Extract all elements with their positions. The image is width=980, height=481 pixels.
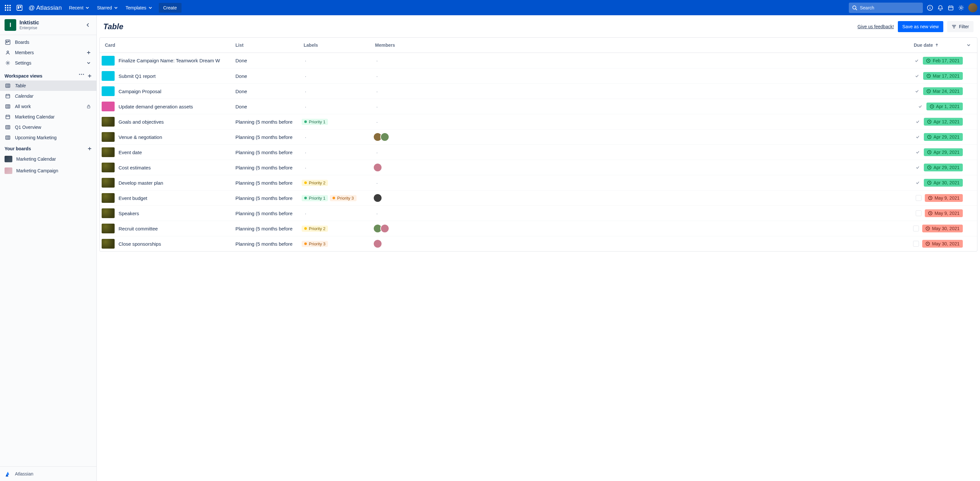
due-date-badge[interactable]: Apr 30, 2021 xyxy=(924,179,963,187)
labels-cell: · xyxy=(302,58,373,63)
table-row[interactable]: Close sponsorshipsPlanning (5 months bef… xyxy=(100,236,977,251)
table-row[interactable]: Develop master planPlanning (5 months be… xyxy=(100,175,977,190)
boards-icon[interactable] xyxy=(946,3,956,13)
col-card[interactable]: Card xyxy=(103,39,234,52)
more-icon[interactable] xyxy=(79,74,84,78)
table-row[interactable]: Campaign ProposalDone··Mar 24, 2021 xyxy=(100,83,977,98)
col-list[interactable]: List xyxy=(234,39,302,52)
due-checkbox[interactable] xyxy=(915,134,921,140)
list-name: Planning (5 months before xyxy=(234,226,302,232)
sidebar-item-label: Boards xyxy=(15,40,29,45)
column-options-button[interactable] xyxy=(965,39,975,51)
feedback-link[interactable]: Give us feedback! xyxy=(858,24,894,29)
due-checkbox[interactable] xyxy=(913,225,919,232)
sidebar-view-item[interactable]: Q1 Overview xyxy=(0,122,97,132)
due-date-badge[interactable]: Feb 17, 2021 xyxy=(923,57,963,65)
due-date-badge[interactable]: Apr 29, 2021 xyxy=(924,133,963,141)
sidebar-item-boards[interactable]: Boards xyxy=(0,37,97,48)
table-row[interactable]: Goals and objectivesPlanning (5 months b… xyxy=(100,114,977,129)
due-checkbox[interactable] xyxy=(917,103,923,110)
label-pill[interactable]: Priority 1 xyxy=(302,195,328,201)
due-checkbox[interactable] xyxy=(915,119,921,125)
add-icon[interactable] xyxy=(88,146,92,151)
collapse-sidebar-button[interactable] xyxy=(83,21,92,30)
table-icon xyxy=(5,125,11,130)
boards-icon xyxy=(5,40,11,45)
table-row[interactable]: Recruit committeePlanning (5 months befo… xyxy=(100,221,977,236)
table-row[interactable]: Event datePlanning (5 months before··Apr… xyxy=(100,144,977,160)
settings-icon[interactable] xyxy=(956,3,966,13)
search-input[interactable] xyxy=(860,5,920,10)
card-title: Recruit committee xyxy=(116,226,234,232)
card-cover xyxy=(102,208,115,218)
table-row[interactable]: Cost estimatesPlanning (5 months before·… xyxy=(100,160,977,175)
label-pill[interactable]: Priority 3 xyxy=(302,241,328,247)
sidebar-item-members[interactable]: Members xyxy=(0,48,97,58)
brand[interactable]: @Atlassian xyxy=(26,4,64,11)
filter-button[interactable]: Filter xyxy=(947,21,974,32)
due-date-badge[interactable]: May 9, 2021 xyxy=(925,194,963,202)
card-title: Campaign Proposal xyxy=(116,89,234,94)
due-checkbox[interactable] xyxy=(915,149,921,155)
sidebar-board-item[interactable]: Marketing Campaign xyxy=(0,165,97,176)
create-button[interactable]: Create xyxy=(159,3,181,13)
app-switcher-icon[interactable] xyxy=(3,3,13,13)
label-pill[interactable]: Priority 2 xyxy=(302,180,328,186)
sidebar-board-item[interactable]: Marketing Calendar xyxy=(0,153,97,165)
due-checkbox[interactable] xyxy=(913,241,919,247)
due-checkbox[interactable] xyxy=(915,165,921,170)
save-view-button[interactable]: Save as new view xyxy=(898,21,943,32)
due-date-badge[interactable]: Apr 12, 2021 xyxy=(924,118,963,125)
label-pill[interactable]: Priority 1 xyxy=(302,119,328,125)
recent-menu[interactable]: Recent xyxy=(65,3,92,12)
trello-icon[interactable] xyxy=(14,3,25,13)
info-icon[interactable] xyxy=(925,3,935,13)
due-date-badge[interactable]: Mar 17, 2021 xyxy=(923,72,963,80)
due-checkbox[interactable] xyxy=(914,58,920,63)
member-avatar[interactable] xyxy=(373,194,382,203)
due-checkbox[interactable] xyxy=(916,195,921,201)
add-icon[interactable] xyxy=(85,50,92,55)
member-avatar[interactable] xyxy=(373,163,382,172)
due-checkbox[interactable] xyxy=(916,210,921,216)
due-checkbox[interactable] xyxy=(914,88,920,94)
sidebar-item-settings[interactable]: Settings xyxy=(0,58,97,68)
sidebar-view-item[interactable]: Table xyxy=(0,81,97,91)
table-row[interactable]: Event budgetPlanning (5 months beforePri… xyxy=(100,190,977,205)
member-avatar[interactable] xyxy=(380,132,389,141)
due-checkbox[interactable] xyxy=(914,73,920,79)
col-members[interactable]: Members xyxy=(373,39,438,52)
table-row[interactable]: Finalize Campaign Name: Teamwork Dream W… xyxy=(100,53,977,68)
col-due-date[interactable]: Due date xyxy=(438,39,965,52)
due-date-badge[interactable]: Apr 29, 2021 xyxy=(924,148,963,156)
table-row[interactable]: Submit Q1 reportDone··Mar 17, 2021 xyxy=(100,68,977,83)
templates-menu[interactable]: Templates xyxy=(123,3,156,12)
sidebar-view-item[interactable]: All work xyxy=(0,101,97,112)
chevron-down-icon[interactable] xyxy=(85,61,92,65)
table-row[interactable]: SpeakersPlanning (5 months before··May 9… xyxy=(100,205,977,221)
due-date-badge[interactable]: May 30, 2021 xyxy=(922,225,963,232)
member-avatar[interactable] xyxy=(380,224,389,233)
sidebar-footer[interactable]: Atlassian xyxy=(0,467,97,481)
member-avatar[interactable] xyxy=(373,239,382,248)
due-checkbox[interactable] xyxy=(915,180,921,186)
card-cover xyxy=(102,178,115,187)
label-pill[interactable]: Priority 2 xyxy=(302,225,328,232)
search-box[interactable] xyxy=(849,3,923,13)
due-date-badge[interactable]: Apr 1, 2021 xyxy=(926,103,963,110)
sidebar-view-item[interactable]: Marketing Calendar xyxy=(0,112,97,122)
notifications-icon[interactable] xyxy=(935,3,946,13)
table-row[interactable]: Venue & negotiationPlanning (5 months be… xyxy=(100,129,977,144)
user-avatar[interactable] xyxy=(968,3,977,12)
due-date-badge[interactable]: Apr 29, 2021 xyxy=(924,164,963,171)
starred-menu[interactable]: Starred xyxy=(94,3,121,12)
sidebar-view-item[interactable]: Calendar xyxy=(0,91,97,101)
sidebar-view-item[interactable]: Upcoming Marketing xyxy=(0,132,97,143)
col-labels[interactable]: Labels xyxy=(302,39,373,52)
add-icon[interactable] xyxy=(88,74,92,78)
due-date-badge[interactable]: May 9, 2021 xyxy=(925,210,963,217)
due-date-badge[interactable]: Mar 24, 2021 xyxy=(923,87,963,95)
due-date-badge[interactable]: May 30, 2021 xyxy=(922,240,963,248)
table-row[interactable]: Update demand generation assetsDone··Apr… xyxy=(100,98,977,114)
label-pill[interactable]: Priority 3 xyxy=(330,195,356,201)
